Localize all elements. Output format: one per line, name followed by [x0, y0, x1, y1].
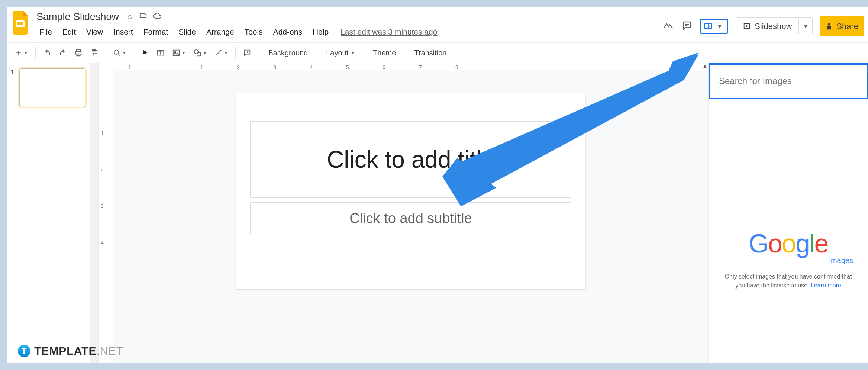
slide-thumbnail-1[interactable]: [19, 68, 85, 107]
svg-rect-1: [17, 22, 23, 25]
separator: [235, 47, 236, 59]
menu-edit[interactable]: Edit: [57, 25, 81, 39]
menu-insert[interactable]: Insert: [108, 25, 138, 39]
textbox-tool[interactable]: [154, 46, 168, 59]
watermark-badge-icon: T: [18, 345, 30, 357]
separator: [259, 47, 259, 59]
subtitle-placeholder-text: Click to add subtitle: [349, 210, 472, 226]
separator: [364, 47, 364, 59]
menu-slide[interactable]: Slide: [173, 25, 201, 39]
share-label: Share: [836, 22, 858, 31]
menu-bar: File Edit View Insert Format Slide Arran…: [34, 25, 663, 39]
layout-button[interactable]: Layout▼: [322, 46, 359, 59]
doc-title[interactable]: Sample Slideshow: [34, 10, 121, 23]
subtitle-placeholder[interactable]: Click to add subtitle: [250, 202, 571, 234]
image-search-highlight: [709, 63, 868, 99]
comment-button[interactable]: [240, 46, 254, 59]
horizontal-ruler: 1 1 2 3 4 5 6 7 8: [113, 63, 708, 71]
title-placeholder-text: Click to add title: [327, 146, 495, 173]
collapse-panel-icon[interactable]: ▴: [703, 62, 707, 70]
comments-icon[interactable]: [681, 20, 693, 33]
menu-arrange[interactable]: Arrange: [201, 25, 239, 39]
share-button[interactable]: Share: [820, 16, 864, 36]
present-button[interactable]: ▼: [700, 19, 728, 34]
present-caret-icon[interactable]: ▼: [715, 23, 725, 29]
select-tool[interactable]: [139, 47, 152, 59]
line-tool[interactable]: ▼: [212, 46, 231, 59]
last-edit-link[interactable]: Last edit was 3 minutes ago: [341, 28, 437, 36]
watermark: T TEMPLATE.NET: [18, 345, 123, 357]
undo-button[interactable]: [40, 46, 54, 59]
separator: [405, 47, 405, 59]
redo-button[interactable]: [56, 46, 70, 59]
separator: [106, 47, 106, 59]
separator: [317, 47, 317, 59]
svg-rect-5: [173, 50, 180, 56]
filmstrip-scrollbar[interactable]: [90, 63, 99, 363]
background-button[interactable]: Background: [264, 46, 312, 59]
slide-canvas[interactable]: Click to add title Click to add subtitle: [236, 93, 585, 289]
activity-icon[interactable]: [663, 20, 674, 33]
image-tool[interactable]: ▼: [169, 46, 189, 59]
menu-help[interactable]: Help: [307, 25, 334, 39]
svg-rect-8: [197, 52, 200, 56]
new-slide-button[interactable]: ▼: [12, 47, 31, 59]
shape-tool[interactable]: ▼: [190, 46, 210, 59]
svg-point-3: [114, 50, 119, 55]
star-icon[interactable]: ☆: [126, 12, 134, 22]
menu-view[interactable]: View: [81, 25, 108, 39]
google-images-logo: Google: [749, 229, 828, 258]
separator: [134, 47, 134, 59]
theme-button[interactable]: Theme: [368, 46, 400, 59]
zoom-button[interactable]: ▼: [110, 47, 129, 59]
vertical-ruler: 1 2 3 4: [99, 71, 113, 363]
menu-format[interactable]: Format: [138, 25, 174, 39]
menu-tools[interactable]: Tools: [239, 25, 268, 39]
license-note: Only select images that you have confirm…: [720, 272, 857, 290]
learn-more-link[interactable]: Learn more: [811, 282, 841, 289]
google-images-sublabel: images: [829, 256, 853, 265]
menu-file[interactable]: File: [34, 25, 57, 39]
slideshow-caret-icon[interactable]: ▼: [798, 19, 812, 34]
svg-point-7: [194, 50, 198, 54]
transition-button[interactable]: Transition: [410, 46, 451, 59]
image-search-input[interactable]: [717, 72, 859, 90]
slides-logo[interactable]: [11, 10, 30, 36]
title-placeholder[interactable]: Click to add title: [250, 121, 571, 198]
paint-format-button[interactable]: [87, 46, 101, 59]
separator: [35, 47, 36, 59]
filmstrip: 1: [7, 63, 90, 363]
move-icon[interactable]: [139, 12, 147, 22]
slideshow-label: Slideshow: [755, 22, 792, 31]
menu-addons[interactable]: Add-ons: [268, 25, 307, 39]
slide-number: 1: [10, 68, 16, 107]
explore-sidepanel: ▴ Google images Only select images that …: [708, 63, 868, 363]
canvas-area: 1 1 2 3 4 5 6 7 8 1 2 3 4 Click to add t…: [99, 63, 708, 363]
toolbar: ▼ ▼ ▼ ▼ ▼ Background Layout▼ Theme Trans…: [7, 42, 868, 63]
print-button[interactable]: [71, 46, 85, 59]
slideshow-button[interactable]: Slideshow: [736, 18, 798, 35]
cloud-status-icon[interactable]: [152, 11, 161, 22]
